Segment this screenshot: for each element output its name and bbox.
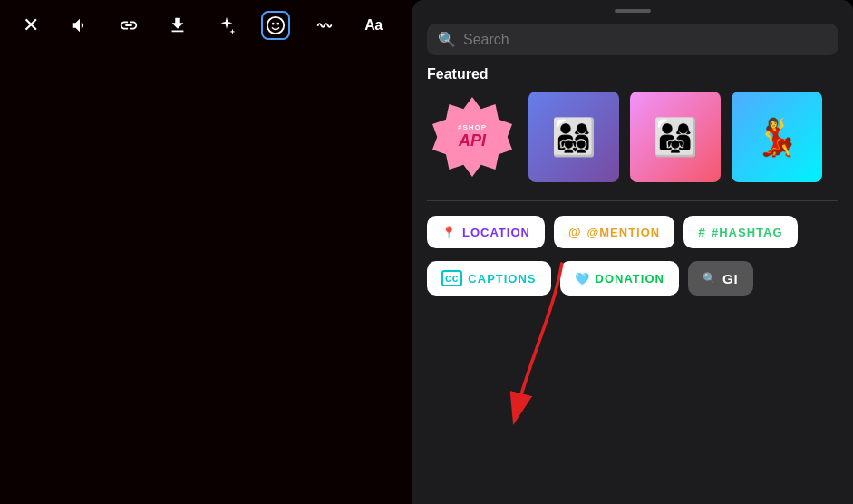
right-panel: 🔍 Featured #SHOP API 👨‍👩‍👧‍👦 👨‍👩‍👧 💃 📍 bbox=[412, 0, 853, 504]
toolbar: ✕ bbox=[0, 0, 412, 51]
sound-icon[interactable] bbox=[65, 11, 94, 40]
link-icon[interactable] bbox=[114, 11, 143, 40]
svg-point-2 bbox=[276, 23, 279, 25]
left-panel: ✕ bbox=[0, 0, 412, 504]
search-icon: 🔍 bbox=[438, 31, 456, 48]
search-bar[interactable]: 🔍 bbox=[427, 24, 838, 55]
gi-label: GI bbox=[722, 271, 739, 286]
heart-group-sticker[interactable]: 👨‍👩‍👧 bbox=[630, 92, 721, 182]
mention-pill[interactable]: @ @MENTION bbox=[554, 216, 674, 248]
location-pill[interactable]: 📍 LOCATION bbox=[427, 216, 545, 248]
hashtag-label: #HASHTAG bbox=[712, 226, 783, 239]
captions-icon: cc bbox=[441, 270, 462, 286]
location-icon: 📍 bbox=[441, 226, 457, 239]
download-icon[interactable] bbox=[163, 11, 192, 40]
dance-sticker[interactable]: 💃 bbox=[732, 92, 822, 182]
captions-pill[interactable]: cc CAPTIONS bbox=[427, 261, 551, 296]
people-group-sticker[interactable]: 👨‍👩‍👧‍👦 bbox=[528, 92, 619, 182]
sparkle-icon[interactable] bbox=[212, 11, 241, 40]
donation-pill[interactable]: 🩵 DONATION bbox=[560, 261, 679, 296]
close-icon[interactable]: ✕ bbox=[16, 11, 45, 40]
shop-api-sticker[interactable]: #SHOP API bbox=[427, 92, 518, 182]
hashtag-icon: # bbox=[698, 225, 706, 239]
location-label: LOCATION bbox=[462, 226, 530, 239]
mention-label: @MENTION bbox=[587, 226, 661, 239]
search-input[interactable] bbox=[463, 32, 828, 48]
sticker-icon[interactable] bbox=[261, 11, 290, 40]
gi-search-icon: 🔍 bbox=[703, 272, 717, 285]
featured-stickers-row: #SHOP API 👨‍👩‍👧‍👦 👨‍👩‍👧 💃 bbox=[412, 92, 853, 197]
canvas-area bbox=[0, 51, 412, 504]
pills-row-2: cc CAPTIONS 🩵 DONATION 🔍 GI bbox=[412, 261, 853, 308]
section-divider bbox=[427, 200, 838, 201]
gi-pill[interactable]: 🔍 GI bbox=[688, 261, 753, 296]
pills-row-1: 📍 LOCATION @ @MENTION # #HASHTAG bbox=[412, 216, 853, 261]
donation-icon: 🩵 bbox=[575, 272, 590, 286]
drag-handle[interactable] bbox=[615, 9, 651, 13]
squiggle-icon[interactable] bbox=[310, 11, 339, 40]
donation-label: DONATION bbox=[596, 272, 664, 286]
svg-point-1 bbox=[272, 23, 275, 25]
hashtag-pill[interactable]: # #HASHTAG bbox=[683, 216, 797, 248]
svg-point-0 bbox=[267, 17, 284, 34]
captions-label: CAPTIONS bbox=[468, 272, 536, 286]
featured-title: Featured bbox=[412, 66, 853, 92]
mention-icon: @ bbox=[568, 225, 582, 239]
text-icon[interactable]: Aa bbox=[359, 11, 388, 40]
